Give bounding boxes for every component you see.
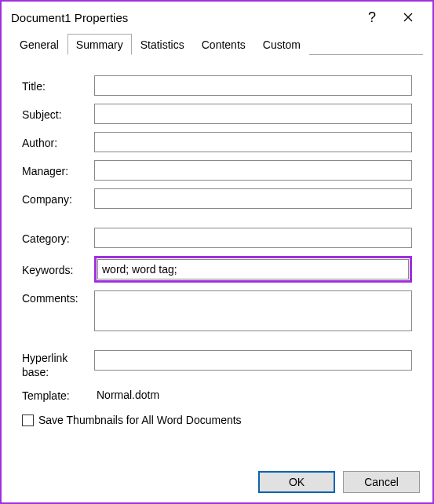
subject-field[interactable] (94, 104, 412, 124)
tab-summary[interactable]: Summary (67, 34, 132, 55)
author-label: Author: (22, 135, 94, 149)
hyperlink-base-label: Hyperlink base: (22, 350, 94, 379)
button-bar: OK Cancel (258, 471, 420, 493)
tab-custom[interactable]: Custom (254, 34, 309, 55)
company-field[interactable] (94, 188, 412, 209)
title-field[interactable] (94, 75, 412, 96)
summary-panel: Title: Subject: Author: Manager: Company… (2, 55, 432, 434)
comments-field[interactable] (94, 290, 412, 331)
title-label: Title: (22, 79, 94, 93)
author-field[interactable] (94, 132, 412, 152)
tab-general[interactable]: General (11, 34, 67, 55)
help-button[interactable]: ? (354, 2, 390, 33)
company-label: Company: (22, 192, 94, 206)
keywords-label: Keywords: (22, 262, 94, 276)
template-value: Normal.dotm (94, 387, 412, 403)
subject-label: Subject: (22, 107, 94, 121)
cancel-button[interactable]: Cancel (343, 471, 420, 493)
ok-button[interactable]: OK (258, 471, 335, 493)
window-title: Document1 Properties (11, 11, 354, 24)
category-field[interactable] (94, 228, 412, 248)
close-button[interactable] (390, 2, 426, 33)
tab-contents[interactable]: Contents (193, 34, 254, 55)
save-thumbnails-checkbox[interactable] (22, 415, 34, 426)
properties-dialog: Document1 Properties ? General Summary S… (0, 0, 434, 504)
tab-row: General Summary Statistics Contents Cust… (11, 33, 423, 55)
tab-statistics[interactable]: Statistics (132, 34, 193, 55)
keywords-field[interactable] (97, 259, 409, 279)
close-icon (403, 13, 413, 22)
keywords-highlight (94, 256, 412, 283)
manager-field[interactable] (94, 160, 412, 181)
manager-label: Manager: (22, 163, 94, 177)
comments-label: Comments: (22, 290, 94, 305)
template-label: Template: (22, 388, 94, 402)
category-label: Category: (22, 231, 94, 245)
titlebar: Document1 Properties ? (2, 2, 432, 33)
hyperlink-base-field[interactable] (94, 350, 412, 371)
help-icon: ? (368, 9, 376, 26)
save-thumbnails-label: Save Thumbnails for All Word Documents (38, 414, 242, 426)
